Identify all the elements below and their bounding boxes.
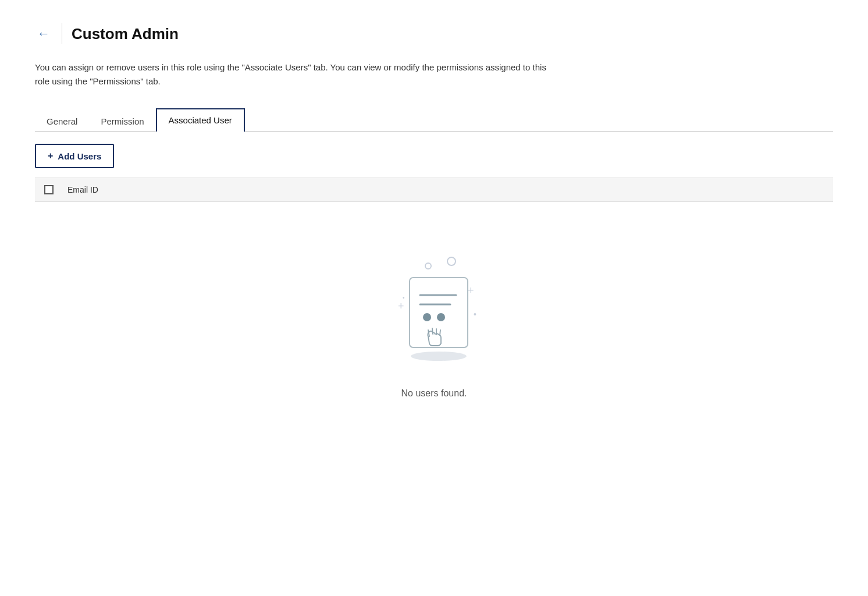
header-divider [62,23,62,44]
add-users-label: Add Users [58,151,101,161]
tab-permission[interactable]: Permission [89,111,155,132]
tab-associated-user[interactable]: Associated User [156,108,245,132]
svg-text:•: • [403,295,405,301]
tab-general[interactable]: General [35,111,89,132]
svg-rect-6 [410,278,468,347]
page-header: ← Custom Admin [35,23,833,44]
svg-line-12 [432,328,433,334]
svg-text:+: + [398,300,404,312]
svg-point-0 [425,263,431,269]
email-id-column-header: Email ID [67,185,98,194]
svg-text:+: + [468,285,474,296]
table-header-row: Email ID [35,178,833,202]
select-all-cell[interactable] [44,185,67,194]
tab-bar: General Permission Associated User [35,107,833,132]
add-users-button[interactable]: + Add Users [35,144,114,168]
svg-point-15 [411,352,467,361]
svg-line-14 [440,330,440,335]
page-description: You can assign or remove users in this r… [35,61,558,88]
svg-point-1 [447,257,456,265]
empty-illustration: + + • • [376,249,492,377]
svg-point-9 [423,313,431,321]
select-all-checkbox[interactable] [44,185,54,194]
empty-state-message: No users found. [401,388,467,399]
back-arrow-icon: ← [37,26,50,41]
page-title: Custom Admin [72,25,179,43]
empty-state: + + • • [35,202,833,434]
plus-icon: + [48,151,53,161]
empty-state-svg: + + • • [376,249,492,377]
svg-text:•: • [474,310,476,319]
svg-point-10 [437,313,445,321]
back-button[interactable]: ← [35,24,52,44]
toolbar: + Add Users [35,132,833,178]
